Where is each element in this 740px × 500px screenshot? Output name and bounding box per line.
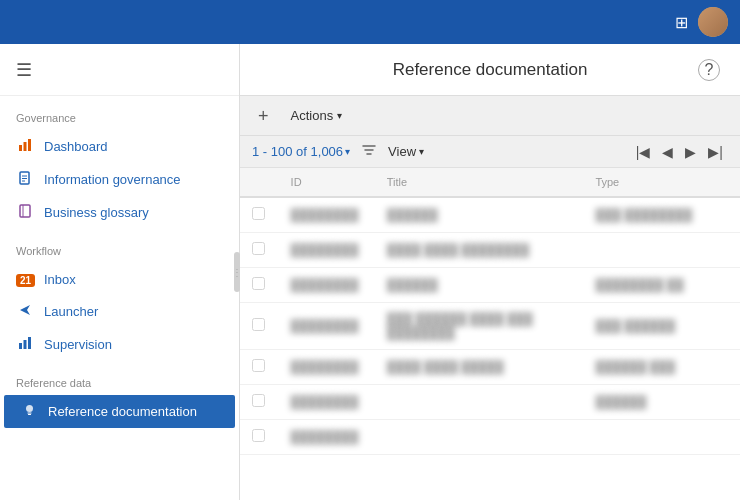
sidebar-header: ☰ [0, 44, 239, 96]
row-type: ██████ [583, 385, 708, 420]
section-reference-data: Reference data Reference documentation [0, 361, 239, 428]
sub-toolbar: 1 - 100 of 1,006 ▾ View ▾ |◀ ◀ ▶ ▶| [240, 136, 740, 168]
row-title: ███ ██████ ████ ███ ████████ [375, 303, 584, 350]
actions-label: Actions [291, 108, 334, 123]
row-action [709, 303, 740, 350]
col-header-check [240, 168, 279, 197]
view-label: View [388, 144, 416, 159]
bar-chart-icon [16, 138, 34, 155]
sidebar-resize-handle[interactable]: ⋮ [234, 252, 240, 292]
row-id: ████████ [279, 350, 375, 385]
row-title: ████ ████ █████ [375, 350, 584, 385]
row-check[interactable] [240, 303, 279, 350]
table-row[interactable]: ████████ ████ ████ ████████ [240, 233, 740, 268]
col-header-id: ID [279, 168, 375, 197]
row-action [709, 385, 740, 420]
svg-rect-1 [24, 142, 27, 151]
sidebar-item-dashboard[interactable]: Dashboard [0, 130, 239, 163]
sidebar-item-information-governance[interactable]: Information governance [0, 163, 239, 196]
content-area: Reference documentation ? + Actions ▾ 1 … [240, 44, 740, 500]
svg-rect-2 [28, 139, 31, 151]
row-check[interactable] [240, 233, 279, 268]
last-page-button[interactable]: ▶| [703, 142, 728, 162]
row-type [583, 420, 708, 455]
page-title: Reference documentation [393, 60, 588, 80]
row-type [583, 233, 708, 268]
row-id: ████████ [279, 233, 375, 268]
next-page-button[interactable]: ▶ [680, 142, 701, 162]
avatar[interactable] [698, 7, 728, 37]
sidebar-item-reference-documentation[interactable]: Reference documentation [4, 395, 235, 428]
business-glossary-label: Business glossary [44, 205, 149, 220]
table-row[interactable]: ████████ ███ ██████ ████ ███ ████████ ██… [240, 303, 740, 350]
reference-documentation-label: Reference documentation [48, 404, 197, 419]
pagination-dropdown-icon: ▾ [345, 146, 350, 157]
sidebar-item-supervision[interactable]: Supervision [0, 328, 239, 361]
row-check[interactable] [240, 420, 279, 455]
row-type: ███ ██████ [583, 303, 708, 350]
hamburger-icon[interactable]: ☰ [16, 59, 32, 81]
main-layout: ☰ Governance Dashboard [0, 44, 740, 500]
row-check[interactable] [240, 385, 279, 420]
pagination-info[interactable]: 1 - 100 of 1,006 ▾ [252, 144, 350, 159]
table-row[interactable]: ████████ ██████ ███ ████████ [240, 197, 740, 233]
table-row[interactable]: ████████ ██████ ████████ ██ [240, 268, 740, 303]
row-action [709, 268, 740, 303]
actions-button[interactable]: Actions ▾ [283, 104, 351, 127]
sidebar-item-launcher[interactable]: Launcher [0, 295, 239, 328]
first-page-button[interactable]: |◀ [631, 142, 656, 162]
view-button[interactable]: View ▾ [388, 144, 424, 159]
svg-rect-0 [19, 145, 22, 151]
svg-rect-9 [19, 343, 22, 349]
row-title: ████ ████ ████████ [375, 233, 584, 268]
data-table: ID Title Type ████████ ██████ ███ ██████… [240, 168, 740, 455]
supervision-label: Supervision [44, 337, 112, 352]
table-container: ID Title Type ████████ ██████ ███ ██████… [240, 168, 740, 500]
book-icon [16, 204, 34, 221]
reference-data-label: Reference data [0, 361, 239, 395]
help-icon[interactable]: ? [698, 59, 720, 81]
row-type: ██████ ███ [583, 350, 708, 385]
actions-dropdown-icon: ▾ [337, 110, 342, 121]
topbar: ⊞ [0, 0, 740, 44]
table-row[interactable]: ████████ ██████ [240, 385, 740, 420]
table-row[interactable]: ████████ [240, 420, 740, 455]
dashboard-label: Dashboard [44, 139, 108, 154]
svg-rect-7 [20, 205, 30, 217]
row-type: ████████ ██ [583, 268, 708, 303]
table-row[interactable]: ████████ ████ ████ █████ ██████ ███ [240, 350, 740, 385]
row-id: ████████ [279, 420, 375, 455]
pagination-text: 1 - 100 of 1,006 [252, 144, 343, 159]
prev-page-button[interactable]: ◀ [657, 142, 678, 162]
row-id: ████████ [279, 385, 375, 420]
svg-point-12 [26, 405, 33, 412]
supervision-chart-icon [16, 336, 34, 353]
svg-rect-11 [28, 337, 31, 349]
document-icon [16, 171, 34, 188]
information-governance-label: Information governance [44, 172, 181, 187]
svg-rect-10 [24, 340, 27, 349]
row-check[interactable] [240, 268, 279, 303]
col-header-type: Type [583, 168, 708, 197]
add-button[interactable]: + [252, 105, 275, 127]
row-check[interactable] [240, 350, 279, 385]
workflow-label: Workflow [0, 229, 239, 263]
sidebar-item-inbox[interactable]: 21 Inbox [0, 263, 239, 295]
grid-icon[interactable]: ⊞ [675, 13, 688, 32]
sidebar-item-business-glossary[interactable]: Business glossary [0, 196, 239, 229]
governance-label: Governance [0, 96, 239, 130]
plane-icon [16, 303, 34, 320]
row-action [709, 420, 740, 455]
filter-icon[interactable] [358, 141, 380, 162]
section-workflow: Workflow 21 Inbox Launcher [0, 229, 239, 361]
row-action [709, 197, 740, 233]
view-dropdown-icon: ▾ [419, 146, 424, 157]
row-id: ████████ [279, 303, 375, 350]
navigation-buttons: |◀ ◀ ▶ ▶| [631, 142, 728, 162]
content-header: Reference documentation ? [240, 44, 740, 96]
toolbar: + Actions ▾ [240, 96, 740, 136]
inbox-icon: 21 [16, 271, 34, 287]
row-check[interactable] [240, 197, 279, 233]
col-header-action [709, 168, 740, 197]
section-governance: Governance Dashboard [0, 96, 239, 229]
